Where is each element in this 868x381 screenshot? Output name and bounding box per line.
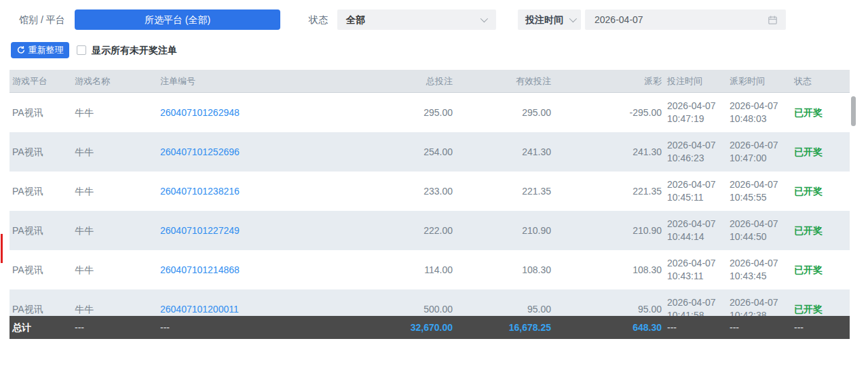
header-game-name: 游戏名称	[75, 70, 155, 93]
date-input[interactable]: 2026-04-07	[585, 9, 786, 30]
table-row: PA视讯 牛牛 260407101252696 254.00 241.30 24…	[10, 132, 850, 172]
chevron-down-icon	[480, 15, 488, 22]
cell-payout: 108.30	[551, 250, 662, 289]
cell-game-name: 牛牛	[75, 250, 155, 289]
total-bet-sum: 32,670.00	[378, 316, 453, 339]
total-bet-time: ---	[667, 316, 728, 339]
cell-valid-bet: 221.35	[456, 172, 551, 211]
table-row: PA视讯 牛牛 260407101214868 114.00 108.30 10…	[10, 250, 850, 289]
header-payout: 派彩	[551, 70, 662, 93]
chevron-down-icon	[569, 15, 577, 22]
cell-payout-time: 2026-04-0710:44:50	[730, 211, 792, 250]
cell-payout: 241.30	[551, 132, 662, 172]
valid-bet-sum: 16,678.25	[456, 316, 551, 339]
cell-game-platform: PA视讯	[12, 93, 72, 132]
refresh-icon	[17, 46, 25, 54]
side-tab-edge	[1, 234, 3, 263]
table-body: PA视讯 牛牛 260407101262948 295.00 295.00 -2…	[10, 93, 850, 339]
bet-id-link[interactable]: 260407101214868	[160, 250, 377, 289]
cell-valid-bet: 210.90	[456, 211, 551, 250]
header-bet-id: 注单编号	[160, 70, 377, 93]
table-header: 游戏平台 游戏名称 注单编号 总投注 有效投注 派彩 投注时间 派彩时间 状态	[10, 70, 850, 93]
header-game-platform: 游戏平台	[12, 70, 72, 93]
payout-sum: 648.30	[551, 316, 662, 339]
cell-payout: 210.90	[551, 211, 662, 250]
cell-total-bet: 233.00	[378, 172, 453, 211]
cell-game-name: 牛牛	[75, 93, 155, 132]
show-unsettled-checkbox[interactable]	[77, 45, 86, 55]
refresh-button-label: 重新整理	[29, 44, 64, 56]
cell-game-platform: PA视讯	[12, 211, 72, 250]
cell-total-bet: 222.00	[378, 211, 453, 250]
bet-records-page: 馆别 / 平台 所选平台 (全部) 状态 全部 投注时间 2026-04-07 …	[0, 0, 868, 381]
cell-game-name: 牛牛	[75, 211, 155, 250]
cell-bet-time: 2026-04-0710:43:11	[667, 250, 728, 289]
table-row: PA视讯 牛牛 260407101262948 295.00 295.00 -2…	[10, 93, 850, 132]
date-value: 2026-04-07	[595, 9, 643, 30]
cell-payout-time: 2026-04-0710:47:00	[730, 132, 792, 172]
cell-total-bet: 114.00	[378, 250, 453, 289]
status-label: 状态	[309, 9, 328, 30]
header-valid-bet: 有效投注	[456, 70, 551, 93]
total-bet-id: ---	[160, 316, 377, 339]
bet-id-link[interactable]: 260407101262948	[160, 93, 377, 132]
cell-status: 已开奖	[794, 93, 848, 132]
cell-status: 已开奖	[794, 250, 848, 289]
cell-bet-time: 2026-04-0710:46:23	[667, 132, 728, 172]
header-bet-time: 投注时间	[667, 70, 728, 93]
total-label: 总计	[12, 316, 72, 339]
bet-id-link[interactable]: 260407101252696	[160, 132, 377, 172]
table-row: PA视讯 牛牛 260407101227249 222.00 210.90 21…	[10, 211, 850, 250]
time-type-select[interactable]: 投注时间	[518, 9, 581, 30]
selected-platform-button[interactable]: 所选平台 (全部)	[75, 9, 280, 30]
header-payout-time: 派彩时间	[730, 70, 792, 93]
total-game-name: ---	[75, 316, 155, 339]
cell-game-platform: PA视讯	[12, 172, 72, 211]
cell-total-bet: 254.00	[378, 132, 453, 172]
cell-game-platform: PA视讯	[12, 250, 72, 289]
cell-bet-time: 2026-04-0710:44:14	[667, 211, 728, 250]
total-payout-time: ---	[730, 316, 792, 339]
cell-total-bet: 295.00	[378, 93, 453, 132]
cell-status: 已开奖	[794, 211, 848, 250]
cell-valid-bet: 241.30	[456, 132, 551, 172]
cell-game-name: 牛牛	[75, 132, 155, 172]
cell-status: 已开奖	[794, 172, 848, 211]
cell-payout-time: 2026-04-0710:43:45	[730, 250, 792, 289]
cell-bet-time: 2026-04-0710:45:11	[667, 172, 728, 211]
refresh-button[interactable]: 重新整理	[11, 42, 69, 58]
vertical-scrollbar-thumb[interactable]	[851, 96, 856, 126]
show-unsettled-label: 显示所有未开奖注单	[92, 42, 177, 58]
cell-status: 已开奖	[794, 132, 848, 172]
header-total-bet: 总投注	[378, 70, 453, 93]
status-select-value: 全部	[346, 9, 365, 30]
cell-game-platform: PA视讯	[12, 132, 72, 172]
bet-id-link[interactable]: 260407101227249	[160, 211, 377, 250]
cell-valid-bet: 108.30	[456, 250, 551, 289]
hall-platform-label: 馆别 / 平台	[19, 9, 65, 30]
cell-payout-time: 2026-04-0710:48:03	[730, 93, 792, 132]
total-status: ---	[794, 316, 848, 339]
calendar-icon	[768, 15, 778, 25]
cell-payout: 221.35	[551, 172, 662, 211]
table-row: PA视讯 牛牛 260407101238216 233.00 221.35 22…	[10, 172, 850, 211]
header-status: 状态	[794, 70, 848, 93]
cell-payout: -295.00	[551, 93, 662, 132]
cell-payout-time: 2026-04-0710:45:55	[730, 172, 792, 211]
bet-id-link[interactable]: 260407101238216	[160, 172, 377, 211]
totals-row: 总计 --- --- 32,670.00 16,678.25 648.30 --…	[10, 316, 850, 339]
cell-bet-time: 2026-04-0710:47:19	[667, 93, 728, 132]
cell-game-name: 牛牛	[75, 172, 155, 211]
status-select[interactable]: 全部	[337, 9, 496, 30]
cell-valid-bet: 295.00	[456, 93, 551, 132]
time-type-value: 投注时间	[525, 9, 563, 30]
